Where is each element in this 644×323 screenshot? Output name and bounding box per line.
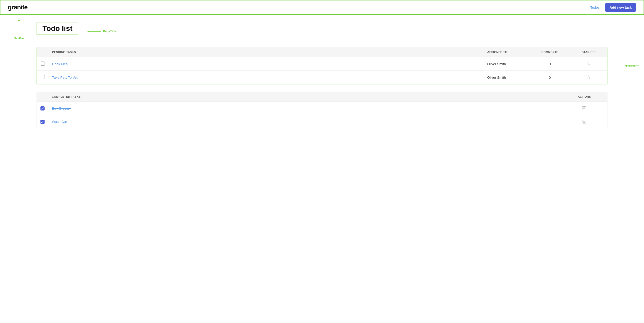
- app-logo: granite: [8, 4, 28, 11]
- checkbox-take-pets[interactable]: [41, 75, 45, 79]
- star-icon-1[interactable]: ☆: [586, 61, 591, 67]
- starred-cell-1: ☆: [570, 57, 607, 71]
- col-header-starred: STARRED: [570, 47, 607, 57]
- checkbox-wash-car[interactable]: [40, 120, 44, 124]
- assigned-name-2: Oliver Smith: [487, 76, 506, 79]
- pending-table-row: Cook Meal Oliver Smith 0 ☆: [37, 57, 607, 71]
- pending-table-header: PENDING TASKS ASSIGNED TO COMMENTS STARR…: [37, 47, 607, 57]
- task-link-take-pets[interactable]: Take Pets To Vet: [52, 76, 78, 79]
- col-header-pending-tasks: PENDING TASKS: [48, 47, 484, 57]
- todos-nav-link[interactable]: Todos: [590, 6, 600, 9]
- comments-cell-2: 0: [529, 71, 570, 84]
- col-header-checkbox: [37, 47, 48, 57]
- col-header-checkbox-completed: [37, 92, 48, 102]
- navbar: granite Todos Add new task: [0, 0, 644, 15]
- pending-tasks-table: PENDING TASKS ASSIGNED TO COMMENTS STARR…: [36, 47, 608, 84]
- navbar-annotation-label: NavBar: [14, 37, 24, 40]
- checkbox-cell-3: [37, 102, 48, 115]
- checkbox-cook-meal[interactable]: [41, 62, 45, 66]
- assigned-name-1: Oliver Smith: [487, 62, 506, 66]
- completed-table-row: Buy Grocery: [37, 102, 607, 115]
- completed-table-row: Wash Car: [37, 115, 607, 128]
- add-new-task-button[interactable]: Add new task: [605, 3, 636, 12]
- checkbox-cell-1: [37, 57, 48, 71]
- page-title-wrapper: Todo list: [36, 22, 78, 35]
- task-name-cell-1: Cook Meal: [48, 57, 484, 71]
- assigned-to-cell-2: Oliver Smith: [484, 71, 529, 84]
- completed-table-header: COMPLETED TASKS ACTIONS: [37, 92, 607, 102]
- task-name-cell-3: Buy Grocery: [48, 102, 562, 115]
- checkbox-cell-4: [37, 115, 48, 128]
- trash-icon-2[interactable]: [582, 119, 587, 124]
- pending-table-row: Take Pets To Vet Oliver Smith 0 ☆: [37, 71, 607, 84]
- col-header-comments: COMMENTS: [529, 47, 570, 57]
- checkbox-cell-2: [37, 71, 48, 84]
- starred-cell-2: ☆: [570, 71, 607, 84]
- assigned-to-cell-1: Oliver Smith: [484, 57, 529, 71]
- svg-rect-0: [584, 106, 585, 106]
- svg-rect-6: [584, 119, 585, 119]
- page-title-row: Todo list PageTitle: [36, 22, 608, 41]
- task-link-cook-meal[interactable]: Cook Meal: [52, 62, 68, 66]
- page-title-annotation: PageTitle: [83, 30, 116, 33]
- task-name-cell-2: Take Pets To Vet: [48, 71, 484, 84]
- col-header-assigned-to: ASSIGNED TO: [484, 47, 529, 57]
- actions-cell-4: [562, 115, 607, 128]
- col-header-completed-tasks: COMPLETED TASKS: [48, 92, 562, 102]
- comments-count-2: 0: [549, 76, 551, 79]
- page-title-annotation-label: PageTitle: [103, 30, 116, 33]
- completed-tasks-table: COMPLETED TASKS ACTIONS Buy Grocery: [36, 92, 608, 128]
- trash-icon-1[interactable]: [582, 105, 587, 111]
- star-icon-2[interactable]: ☆: [586, 74, 591, 80]
- comments-count-1: 0: [549, 62, 551, 66]
- main-content: NavBar Todo list PageTitle PENDING TASKS…: [0, 15, 644, 143]
- comments-cell-1: 0: [529, 57, 570, 71]
- navbar-right: Todos Add new task: [590, 3, 636, 12]
- task-name-cell-4: Wash Car: [48, 115, 562, 128]
- navbar-annotation: NavBar: [14, 19, 24, 40]
- page-title: Todo list: [36, 22, 78, 35]
- checkbox-buy-grocery[interactable]: [40, 106, 44, 111]
- task-link-wash-car[interactable]: Wash Car: [52, 120, 67, 124]
- task-link-buy-grocery[interactable]: Buy Grocery: [52, 106, 71, 110]
- col-header-actions: ACTIONS: [562, 92, 607, 102]
- table-annotation: Table: [625, 64, 635, 68]
- pending-table-container: PENDING TASKS ASSIGNED TO COMMENTS STARR…: [36, 47, 608, 84]
- actions-cell-3: [562, 102, 607, 115]
